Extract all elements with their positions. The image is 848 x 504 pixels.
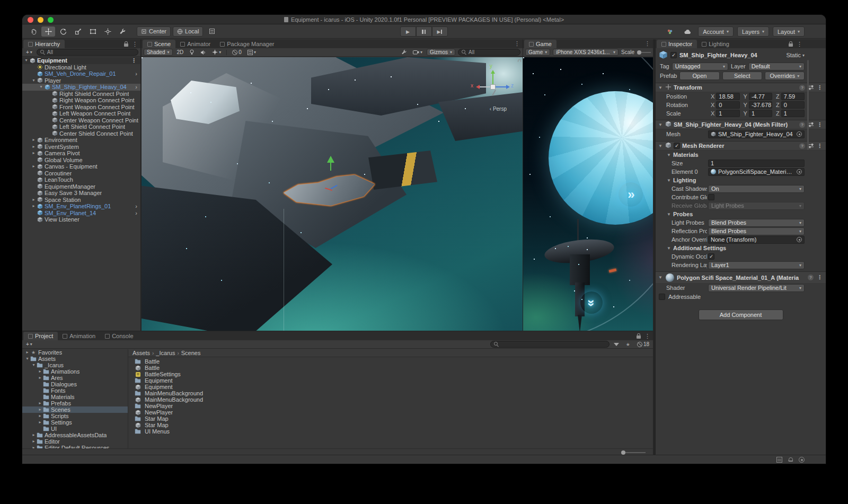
foldout-icon[interactable]: ▼ — [658, 122, 663, 127]
tab-console[interactable]: Console — [100, 332, 138, 340]
move-gizmo-y-arrow[interactable] — [327, 156, 334, 163]
position-x-field[interactable]: 18.58 — [716, 93, 739, 100]
hierarchy-item-equipment[interactable]: ▾Equipment⋮ — [22, 57, 140, 64]
rotation-z-field[interactable]: 0 — [781, 101, 805, 109]
project-folder-ui[interactable]: UI — [22, 426, 128, 432]
breadcrumb-item-icarus[interactable]: _Icarus — [156, 350, 175, 356]
component-enabled-checkbox[interactable]: ✓ — [674, 143, 680, 149]
aspect-dropdown[interactable]: iPhone X/XS 2436x1125 F▾ — [553, 49, 619, 56]
project-folder-settings[interactable]: ▸Settings — [22, 419, 128, 426]
open-prefab-arrow[interactable]: › — [133, 203, 139, 209]
shader-dropdown[interactable]: Universal Render Pipeline/Lit▾ — [708, 284, 805, 292]
expander-arrow-icon[interactable]: ▾ — [24, 356, 30, 362]
grid-visibility-dropdown[interactable]: ▾ — [246, 49, 258, 56]
hand-tool-icon[interactable] — [26, 26, 40, 37]
display-dropdown[interactable]: Game▾ — [525, 49, 550, 56]
panel-menu-icon[interactable]: ⋮ — [644, 41, 650, 46]
project-folder-animations[interactable]: ▸Animations — [22, 368, 128, 375]
create-object-button[interactable]: +▾ — [24, 49, 34, 56]
hierarchy-item-easy-save-3-manager[interactable]: Easy Save 3 Manager — [22, 190, 140, 197]
project-file-star-map[interactable]: Star Map — [128, 415, 653, 422]
scale-z-field[interactable]: 1 — [781, 110, 805, 117]
help-icon[interactable]: ? — [808, 275, 814, 280]
probes-foldout[interactable]: ▼Probes — [656, 210, 826, 218]
notifications-icon[interactable] — [788, 457, 793, 463]
scene-lighting-icon[interactable] — [188, 49, 196, 56]
component-menu-icon[interactable]: ⋮ — [817, 122, 823, 127]
help-icon[interactable]: ? — [799, 143, 805, 149]
hierarchy-item-space-station[interactable]: ▸Space Station — [22, 197, 140, 204]
down-chevron-button[interactable]: » — [580, 291, 603, 314]
prefab-open-button[interactable]: Open — [679, 72, 719, 80]
expander-arrow-icon[interactable]: ▸ — [31, 445, 37, 448]
project-file-newplayer[interactable]: NewPlayer — [128, 403, 653, 409]
expander-arrow-icon[interactable]: ▸ — [37, 419, 43, 426]
component-menu-icon[interactable]: ⋮ — [817, 144, 823, 148]
hierarchy-item-leantouch[interactable]: LeanTouch — [22, 176, 140, 183]
hierarchy-item-right-weapon-connect-point[interactable]: Right Weapon Connect Point — [22, 97, 140, 104]
expander-arrow-icon[interactable]: ▸ — [37, 400, 43, 406]
project-file-battle[interactable]: Battle — [128, 365, 653, 371]
lock-icon[interactable] — [637, 335, 641, 339]
expander-arrow-icon[interactable]: ▾ — [31, 77, 37, 84]
search-by-type-icon[interactable] — [612, 341, 621, 348]
gizmos-dropdown[interactable]: Gizmos▾ — [427, 49, 455, 56]
gameobject-name[interactable]: SM_Ship_Fighter_Heavy_04 — [679, 52, 783, 58]
draw-mode-dropdown[interactable]: Shaded▾ — [144, 49, 173, 56]
panel-menu-icon[interactable]: ⋮ — [644, 334, 650, 339]
expander-arrow-icon[interactable]: ▸ — [37, 406, 43, 413]
hierarchy-item-front-weapon-connect-point[interactable]: Front Weapon Connect Point — [22, 104, 140, 111]
project-folder-scripts[interactable]: ▸Scripts — [22, 413, 128, 419]
tab-lighting[interactable]: Lighting — [697, 40, 734, 48]
scene-orientation-gizmo[interactable]: y x z — [476, 70, 510, 104]
foldout-icon[interactable]: ▼ — [658, 144, 663, 148]
foldout-icon[interactable]: ▼ — [658, 275, 663, 280]
open-prefab-arrow[interactable]: › — [133, 84, 139, 90]
cast-shadows-dropdown[interactable]: On▾ — [708, 185, 805, 193]
expander-arrow-icon[interactable]: ▸ — [31, 144, 37, 150]
selected-ship[interactable] — [284, 175, 375, 206]
project-folder-editor[interactable]: ▸Editor — [22, 438, 128, 445]
expander-arrow-icon[interactable]: ▸ — [37, 368, 43, 375]
expander-arrow-icon[interactable]: ▸ — [31, 432, 37, 438]
mesh-object-field[interactable]: SM_Ship_Fighter_Heavy_04 — [708, 130, 805, 138]
materials-size-field[interactable]: 1 — [708, 160, 805, 167]
hierarchy-item-center-weapon-connect-point[interactable]: Center Weapon Connect Point — [22, 117, 140, 124]
panel-menu-icon[interactable]: ⋮ — [132, 42, 138, 47]
lock-icon[interactable] — [124, 43, 128, 47]
tab-scene[interactable]: Scene — [143, 40, 175, 48]
console-activity-icon[interactable] — [776, 457, 782, 463]
hierarchy-item-left-shield-connect-point[interactable]: Left Shield Connect Point — [22, 123, 140, 130]
layout-dropdown[interactable]: Layout▾ — [773, 26, 805, 37]
hierarchy-item-equipmentmanager[interactable]: EquipmentManager — [22, 183, 140, 190]
object-picker-icon[interactable] — [797, 131, 802, 137]
scene-camera-dropdown[interactable]: ▾ — [411, 49, 424, 56]
mesh-renderer-component-header[interactable]: ▼ ✓ Mesh Renderer ?⋮ — [656, 141, 826, 151]
contribute-gi-checkbox[interactable] — [708, 194, 714, 200]
project-folder-fonts[interactable]: Fonts — [22, 387, 128, 394]
reflection-probes-dropdown[interactable]: Blend Probes▾ — [708, 227, 805, 235]
next-chevron-button[interactable]: » — [619, 182, 643, 207]
panel-menu-icon[interactable]: ⋮ — [514, 41, 520, 46]
background-tasks-icon[interactable] — [799, 457, 805, 463]
project-folder-editor-default-resources[interactable]: ▸Editor Default Resources — [22, 445, 128, 448]
expander-arrow-icon[interactable]: ▸ — [37, 413, 43, 419]
step-button[interactable]: ▶ — [432, 26, 448, 37]
move-tool-icon[interactable] — [41, 26, 55, 37]
active-checkbox[interactable]: ✓ — [670, 52, 677, 58]
project-folder-materials[interactable]: Materials — [22, 394, 128, 400]
materials-foldout[interactable]: ▼Materials — [656, 151, 826, 159]
effects-dropdown-icon[interactable]: ▾ — [210, 49, 223, 56]
expander-arrow-icon[interactable]: ▸ — [31, 438, 37, 445]
colors-icon[interactable] — [663, 26, 677, 37]
layers-dropdown[interactable]: Layers▾ — [737, 26, 769, 37]
panel-menu-icon[interactable]: ⋮ — [797, 42, 802, 47]
project-file-equipment[interactable]: Equipment — [128, 377, 653, 384]
scene-options-icon[interactable]: ⋮ — [128, 57, 139, 64]
scene-visibility-toggle[interactable]: 0 — [231, 49, 243, 56]
dynamic-occlusion-checkbox[interactable]: ✓ — [708, 253, 714, 260]
lock-icon[interactable] — [789, 43, 793, 47]
project-file-battlesettings[interactable]: BattleSettings — [128, 371, 653, 377]
project-file-ui-menus[interactable]: UI Menus — [128, 428, 653, 435]
hierarchy-item-directional-light[interactable]: Directional Light — [22, 64, 140, 71]
